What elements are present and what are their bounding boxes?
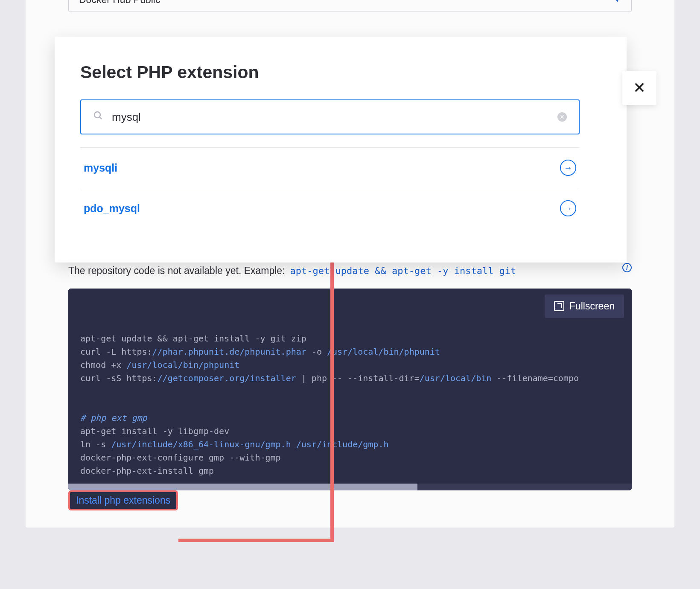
close-icon: ✕ (633, 79, 646, 97)
editor-content[interactable]: apt-get update && apt-get install -y git… (68, 324, 632, 484)
search-box[interactable]: ✕ (80, 99, 580, 134)
svg-line-1 (99, 117, 102, 119)
info-icon[interactable]: i (622, 263, 632, 272)
fullscreen-button[interactable]: Fullscreen (545, 294, 624, 318)
install-php-extensions-link[interactable]: Install php extensions (76, 495, 170, 506)
result-label: mysqli (84, 162, 117, 174)
clear-search-icon[interactable]: ✕ (557, 112, 567, 122)
repo-note-text: The repository code is not available yet… (68, 265, 285, 277)
code-editor[interactable]: Fullscreen apt-get update && apt-get ins… (68, 289, 632, 490)
fullscreen-icon (554, 301, 564, 311)
arrow-right-icon: → (560, 160, 576, 176)
search-input[interactable] (112, 111, 549, 124)
fullscreen-label: Fullscreen (569, 300, 615, 312)
install-php-extensions-highlight: Install php extensions (68, 490, 178, 510)
select-php-extension-modal: Select PHP extension ✕ ✕ mysqli → pdo_my… (55, 37, 627, 262)
arrow-right-icon: → (560, 200, 576, 216)
result-item[interactable]: mysqli → (80, 147, 580, 188)
result-list: mysqli → pdo_mysql → (80, 147, 580, 228)
editor-scrollbar[interactable] (68, 484, 632, 490)
registry-select-value: Docker Hub Public (79, 0, 160, 6)
svg-point-0 (94, 112, 100, 118)
chevron-down-icon: ▼ (613, 0, 621, 4)
result-item[interactable]: pdo_mysql → (80, 188, 580, 228)
result-label: pdo_mysql (84, 202, 140, 215)
registry-select[interactable]: Docker Hub Public ▼ (68, 0, 632, 12)
repo-note-code: apt-get update && apt-get -y install git (290, 265, 516, 276)
modal-title: Select PHP extension (80, 62, 580, 82)
search-icon (93, 111, 103, 123)
close-button[interactable]: ✕ (622, 71, 656, 105)
